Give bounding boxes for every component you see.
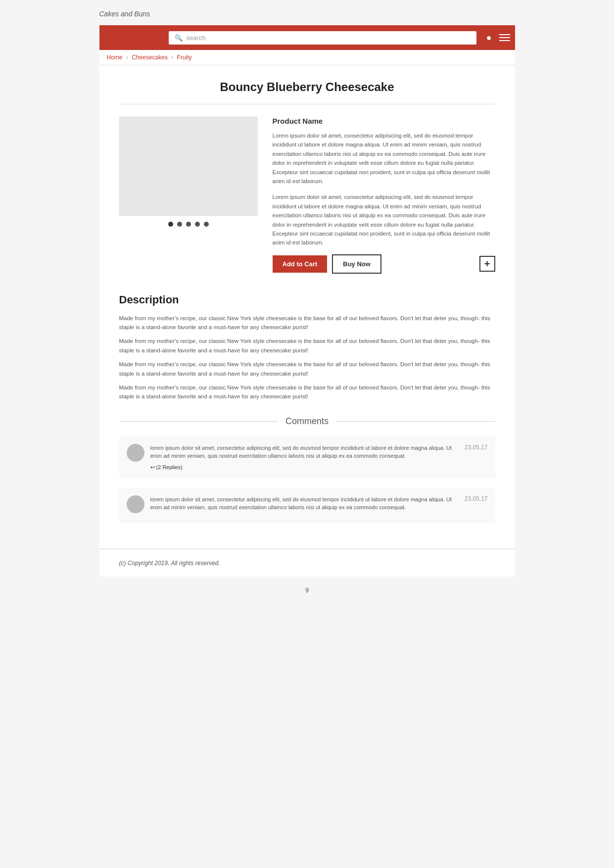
image-dots — [119, 222, 258, 227]
search-icon: 🔍 — [175, 34, 183, 42]
replies-count-1: (2 Replies) — [156, 464, 183, 470]
comments-line-right — [336, 421, 495, 422]
comments-title: Comments — [285, 416, 329, 427]
comments-line-left — [119, 421, 278, 422]
comment-date-1: 23.05.17 — [465, 444, 488, 451]
buy-now-button[interactable]: Buy Now — [332, 254, 381, 274]
comment-date-2: 23.05.17 — [465, 495, 488, 502]
hamburger-menu-icon[interactable] — [499, 34, 510, 41]
comment-reply-1[interactable]: ↩ (2 Replies) — [150, 464, 459, 471]
comment-item-1: lorem ipsum dolor sit amet, consectetur … — [119, 436, 495, 478]
comment-text-2: lorem ipsum dolor sit amet, consectetur … — [150, 495, 459, 512]
comment-avatar-2 — [127, 495, 144, 513]
description-para-1: Made from my mother's recipe, our classi… — [119, 314, 495, 332]
add-to-cart-button[interactable]: Add to Cart — [273, 255, 328, 273]
site-title: Cakes and Buns — [99, 10, 515, 18]
plus-button[interactable]: + — [479, 256, 495, 272]
comment-text-1: lorem ipsum dolor sit amet, consectetur … — [150, 444, 459, 460]
breadcrumb: Home › Cheesecakes › Fruity — [99, 50, 515, 65]
footer-copyright: (c) Copyright 2019. All rights reserved. — [119, 560, 220, 567]
description-para-3: Made from my mother's recipe, our classi… — [119, 360, 495, 378]
product-image-area — [119, 117, 258, 274]
comment-body-1: lorem ipsum dolor sit amet, consectetur … — [150, 444, 459, 471]
product-info: Product Name Lorem ipsum dolor sit amet,… — [273, 117, 495, 274]
product-section: Product Name Lorem ipsum dolor sit amet,… — [119, 117, 495, 274]
breadcrumb-fruity[interactable]: Fruity — [177, 54, 192, 61]
comment-item-2: lorem ipsum dolor sit amet, consectetur … — [119, 488, 495, 523]
description-title: Description — [119, 293, 495, 306]
product-description-2: Lorem ipsum dolor sit amet, consectetur … — [273, 193, 495, 247]
comments-header: Comments — [119, 416, 495, 427]
description-section: Description Made from my mother's recipe… — [119, 289, 495, 401]
dot-4[interactable] — [195, 222, 200, 227]
breadcrumb-sep-1: › — [126, 54, 128, 61]
search-bar[interactable]: 🔍 search — [169, 31, 476, 45]
footer: (c) Copyright 2019. All rights reserved. — [99, 549, 515, 577]
header-bar: 🔍 search ● — [99, 25, 515, 50]
description-para-2: Made from my mother's recipe, our classi… — [119, 337, 495, 355]
product-name-label: Product Name — [273, 117, 495, 125]
breadcrumb-cheesecakes[interactable]: Cheesecakes — [132, 54, 168, 61]
breadcrumb-sep-2: › — [171, 54, 173, 61]
comments-section: Comments lorem ipsum dolor sit amet, con… — [119, 416, 495, 523]
comment-avatar-1 — [127, 444, 144, 462]
product-title: Bouncy Blueberry Cheesecake — [119, 80, 495, 94]
breadcrumb-home[interactable]: Home — [107, 54, 123, 61]
comment-body-2: lorem ipsum dolor sit amet, consectetur … — [150, 495, 459, 516]
product-description-1: Lorem ipsum dolor sit amet, consectetur … — [273, 131, 495, 186]
dot-2[interactable] — [177, 222, 182, 227]
title-divider — [119, 104, 495, 104]
main-content: Bouncy Blueberry Cheesecake Product Name… — [99, 65, 515, 548]
product-actions: Add to Cart Buy Now + — [273, 254, 495, 274]
search-input[interactable]: search — [187, 34, 206, 42]
notification-icon[interactable]: ● — [486, 33, 492, 43]
description-para-4: Made from my mother's recipe, our classi… — [119, 383, 495, 401]
dot-3[interactable] — [186, 222, 191, 227]
product-image — [119, 117, 258, 216]
dot-1[interactable] — [168, 222, 173, 227]
logo-area — [104, 25, 164, 50]
page-number: 9 — [99, 586, 515, 594]
dot-5[interactable] — [204, 222, 209, 227]
